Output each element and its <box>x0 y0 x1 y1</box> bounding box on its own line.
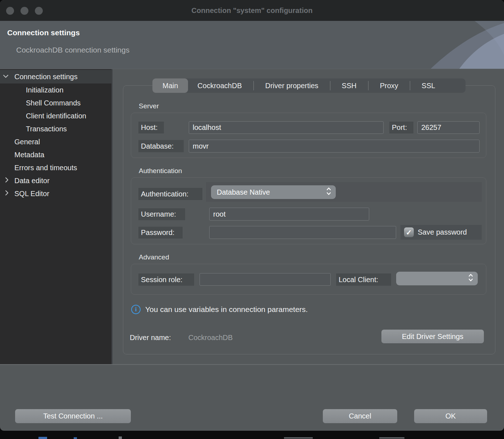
session-role-input[interactable] <box>200 273 331 286</box>
sidebar-divider <box>111 69 113 364</box>
chevron-down-icon[interactable] <box>3 73 9 80</box>
sidebar-item-data-editor[interactable]: Data editor <box>0 174 111 187</box>
password-label: Password: <box>138 227 183 239</box>
local-client-label: Local Client: <box>336 273 391 286</box>
settings-tree: Connection settings Initialization Shell… <box>0 69 111 364</box>
background-app-fragment <box>379 437 404 439</box>
tab-ssh[interactable]: SSH <box>333 78 366 93</box>
sidebar-item-sql-editor[interactable]: SQL Editor <box>0 187 111 200</box>
window-title: Connection "system" configuration <box>0 0 504 21</box>
sidebar-item-errors-and-timeouts[interactable]: Errors and timeouts <box>0 161 111 174</box>
database-input[interactable] <box>189 140 480 153</box>
tab-separator <box>368 81 368 90</box>
database-label: Database: <box>138 140 184 152</box>
sidebar-item-general[interactable]: General <box>0 135 111 148</box>
cancel-button[interactable]: Cancel <box>323 409 397 423</box>
save-password-label: Save password <box>418 228 467 236</box>
sidebar-item-shell-commands[interactable]: Shell Commands <box>0 96 111 109</box>
sidebar-item-label: General <box>0 138 40 146</box>
screen: Connection "system" configuration Connec… <box>0 0 504 439</box>
local-client-dropdown[interactable] <box>396 272 478 285</box>
sidebar-item-label: Client identification <box>0 112 86 120</box>
tab-separator <box>410 81 410 90</box>
driver-name-label: Driver name: <box>130 334 171 342</box>
variables-hint-text: You can use variables in connection para… <box>145 305 308 314</box>
connection-tabs: Main CockroachDB Driver properties SSH P… <box>152 78 466 93</box>
connection-config-dialog: Connection "system" configuration Connec… <box>0 0 504 431</box>
sidebar-item-label: Errors and timeouts <box>0 164 77 172</box>
sidebar-item-metadata[interactable]: Metadata <box>0 148 111 161</box>
advanced-section-title: Advanced <box>139 253 169 261</box>
server-group: Host: Port: Database: <box>131 113 486 158</box>
save-password-checkbox[interactable]: ✓ <box>404 227 414 237</box>
username-input[interactable] <box>209 208 369 221</box>
sidebar-item-label: Connection settings <box>0 73 78 81</box>
authentication-section-title: Authentication <box>139 167 182 175</box>
background-app-fragment <box>119 436 122 439</box>
port-input[interactable] <box>417 121 480 134</box>
footer-divider <box>0 364 504 365</box>
updown-chevrons-icon <box>326 187 331 197</box>
edit-driver-settings-button[interactable]: Edit Driver Settings <box>381 330 484 343</box>
port-label: Port: <box>389 122 413 133</box>
tab-driver-properties[interactable]: Driver properties <box>256 78 328 93</box>
page-subtitle: CockroachDB connection settings <box>16 46 129 54</box>
sidebar-item-label: Transactions <box>0 125 67 133</box>
server-section-title: Server <box>139 102 159 110</box>
tab-proxy[interactable]: Proxy <box>371 78 408 93</box>
chevron-right-icon[interactable] <box>5 190 9 197</box>
authentication-group: Authentication: Database Native Username… <box>131 177 486 244</box>
title-bar: Connection "system" configuration <box>0 0 504 21</box>
authentication-dropdown-value: Database Native <box>217 188 270 196</box>
sidebar-item-label: Shell Commands <box>0 99 81 107</box>
tab-separator <box>330 81 330 90</box>
info-icon-glyph: i <box>135 306 137 313</box>
sidebar-item-transactions[interactable]: Transactions <box>0 122 111 135</box>
main-tab-panel: Server Host: Port: Database: Authenticat… <box>123 85 495 354</box>
background-app-fragment <box>38 437 47 439</box>
authentication-dropdown[interactable]: Database Native <box>211 185 336 199</box>
tab-ssl[interactable]: SSL <box>412 78 445 93</box>
host-label: Host: <box>138 122 164 133</box>
sidebar-item-connection-settings[interactable]: Connection settings <box>0 70 111 83</box>
driver-name-value: CockroachDB <box>188 334 233 342</box>
host-input[interactable] <box>189 121 384 134</box>
info-icon: i <box>131 305 141 314</box>
password-input[interactable] <box>209 226 396 239</box>
authentication-label: Authentication: <box>138 188 202 200</box>
advanced-group: Session role: Local Client: <box>131 264 486 295</box>
updown-chevrons-icon <box>468 274 473 284</box>
tab-separator <box>253 81 254 90</box>
session-role-label: Session role: <box>138 273 194 286</box>
sidebar-item-label: Metadata <box>0 151 44 159</box>
banner-decoration <box>396 21 504 69</box>
header-banner: Connection settings CockroachDB connecti… <box>0 21 504 69</box>
checkmark-icon: ✓ <box>406 229 412 236</box>
tab-cockroachdb[interactable]: CockroachDB <box>188 78 251 93</box>
page-title: Connection settings <box>7 28 80 37</box>
background-app-fragment <box>74 437 77 439</box>
username-label: Username: <box>138 208 185 220</box>
sidebar-item-label: Initialization <box>0 86 64 94</box>
tab-main[interactable]: Main <box>152 78 188 93</box>
chevron-right-icon[interactable] <box>5 177 9 184</box>
ok-button[interactable]: OK <box>414 409 487 423</box>
save-password-option[interactable]: ✓ Save password <box>400 225 482 240</box>
sidebar-item-initialization[interactable]: Initialization <box>0 83 111 96</box>
test-connection-button[interactable]: Test Connection ... <box>15 409 131 423</box>
background-app-fragment <box>284 437 313 439</box>
sidebar-item-client-identification[interactable]: Client identification <box>0 109 111 122</box>
